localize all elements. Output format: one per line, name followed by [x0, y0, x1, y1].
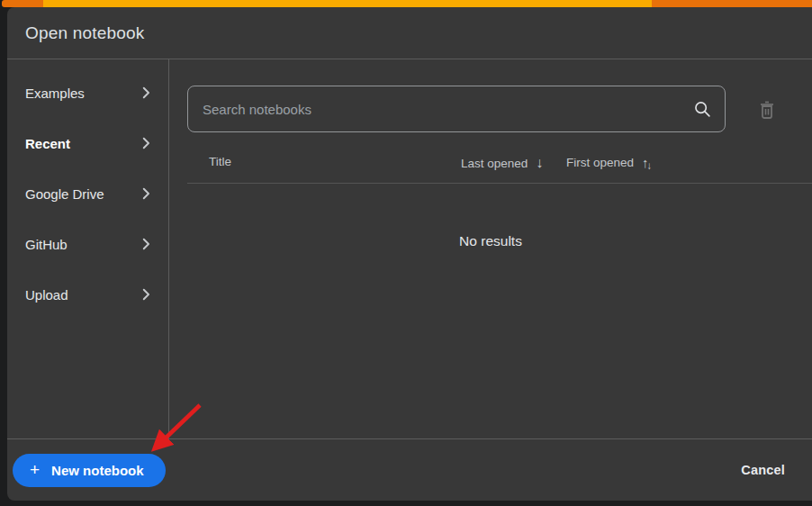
delete-notebook-button[interactable] [756, 99, 778, 121]
column-header-title: Title [209, 155, 231, 168]
loading-bar-segment-middle [43, 0, 652, 7]
sort-down-glyph: ↓ [647, 160, 653, 171]
chevron-right-icon [138, 135, 154, 151]
column-header-first-opened[interactable]: First opened ↑↓ [566, 155, 652, 170]
source-sidebar: Examples Recent Google Drive GitHub Uplo… [7, 59, 169, 438]
dialog-footer: + New notebook Cancel [7, 438, 812, 501]
loading-progress-bar [0, 0, 812, 7]
divider-gap [169, 183, 187, 184]
chevron-right-icon [138, 185, 154, 202]
column-label: Title [209, 155, 231, 168]
loading-bar-segment-right [652, 0, 812, 7]
chevron-right-icon [138, 85, 154, 101]
column-header-last-opened[interactable]: Last opened ↓ [461, 155, 543, 171]
table-header-row: Title Last opened ↓ First opened ↑↓ [169, 149, 812, 184]
trash-icon [756, 99, 778, 121]
column-label: Last opened [461, 157, 528, 170]
open-notebook-dialog: Open notebook Examples Recent Google Dri… [7, 7, 812, 501]
notebook-list-panel: Title Last opened ↓ First opened ↑↓ No r… [169, 59, 812, 438]
sidebar-item-label: Recent [25, 136, 70, 151]
dialog-header: Open notebook [7, 7, 812, 59]
chevron-right-icon [138, 236, 154, 252]
column-label: First opened [566, 156, 634, 169]
dialog-title: Open notebook [25, 23, 145, 43]
sidebar-item-label: GitHub [25, 237, 68, 252]
empty-results-message: No results [169, 233, 812, 249]
search-box [187, 86, 726, 132]
sidebar-item-recent[interactable]: Recent [7, 118, 168, 168]
sidebar-item-label: Google Drive [25, 186, 104, 202]
sort-descending-icon[interactable]: ↓ [536, 155, 543, 171]
sidebar-item-examples[interactable]: Examples [7, 68, 168, 118]
sidebar-item-google-drive[interactable]: Google Drive [7, 168, 168, 219]
sidebar-item-github[interactable]: GitHub [7, 219, 168, 269]
search-icon[interactable] [692, 99, 712, 119]
dialog-body: Examples Recent Google Drive GitHub Uplo… [7, 59, 812, 438]
sort-both-directions-icon[interactable]: ↑↓ [642, 155, 652, 170]
loading-bar-segment-left [2, 0, 43, 7]
chevron-right-icon [138, 286, 154, 303]
sidebar-item-label: Upload [25, 287, 68, 303]
plus-icon: + [30, 461, 40, 478]
sidebar-item-upload[interactable]: Upload [7, 269, 168, 320]
new-notebook-button[interactable]: + New notebook [13, 454, 166, 487]
sidebar-item-label: Examples [25, 86, 85, 101]
cancel-button[interactable]: Cancel [741, 463, 785, 477]
search-input[interactable] [203, 102, 692, 117]
new-notebook-label: New notebook [51, 463, 144, 478]
